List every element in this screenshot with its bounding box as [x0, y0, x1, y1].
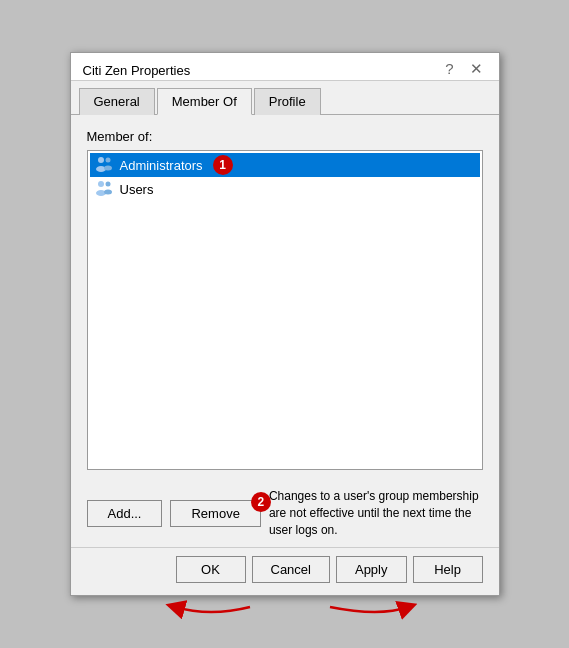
action-button-row: Add... Remove 2 Changes to a user's grou…	[71, 480, 499, 546]
bottom-button-row: OK Cancel Apply Help	[71, 547, 499, 595]
remove-badge: 2	[251, 492, 271, 512]
properties-dialog: Citi Zen Properties ? ✕ General Member O…	[70, 52, 500, 595]
member-list[interactable]: Administrators 1 Users	[87, 150, 483, 470]
help-button[interactable]: ?	[441, 61, 457, 76]
users-label: Users	[120, 182, 154, 197]
tab-bar: General Member Of Profile	[71, 81, 499, 115]
users-icon	[94, 179, 114, 199]
svg-point-3	[104, 166, 112, 171]
help-dialog-button[interactable]: Help	[413, 556, 483, 583]
ok-button[interactable]: OK	[176, 556, 246, 583]
svg-point-2	[105, 158, 110, 163]
add-button[interactable]: Add...	[87, 500, 163, 527]
tab-general[interactable]: General	[79, 88, 155, 115]
cancel-button[interactable]: Cancel	[252, 556, 330, 583]
list-item-users[interactable]: Users	[90, 177, 480, 201]
close-button[interactable]: ✕	[466, 61, 487, 76]
membership-note: Changes to a user's group membership are…	[269, 488, 483, 538]
tab-member-of[interactable]: Member Of	[157, 88, 252, 115]
administrators-label: Administrators	[120, 158, 203, 173]
svg-point-4	[98, 181, 104, 187]
svg-point-7	[104, 190, 112, 195]
remove-button[interactable]: Remove	[170, 500, 260, 527]
member-of-label: Member of:	[87, 129, 483, 144]
list-item-administrators[interactable]: Administrators 1	[90, 153, 480, 177]
administrators-badge: 1	[213, 155, 233, 175]
svg-point-6	[105, 182, 110, 187]
title-bar: Citi Zen Properties ? ✕	[71, 53, 499, 81]
tab-content: Member of: Administrators 1	[71, 115, 499, 480]
svg-point-0	[98, 157, 104, 163]
tab-profile[interactable]: Profile	[254, 88, 321, 115]
window-title: Citi Zen Properties	[83, 63, 191, 78]
apply-button[interactable]: Apply	[336, 556, 407, 583]
administrators-icon	[94, 155, 114, 175]
